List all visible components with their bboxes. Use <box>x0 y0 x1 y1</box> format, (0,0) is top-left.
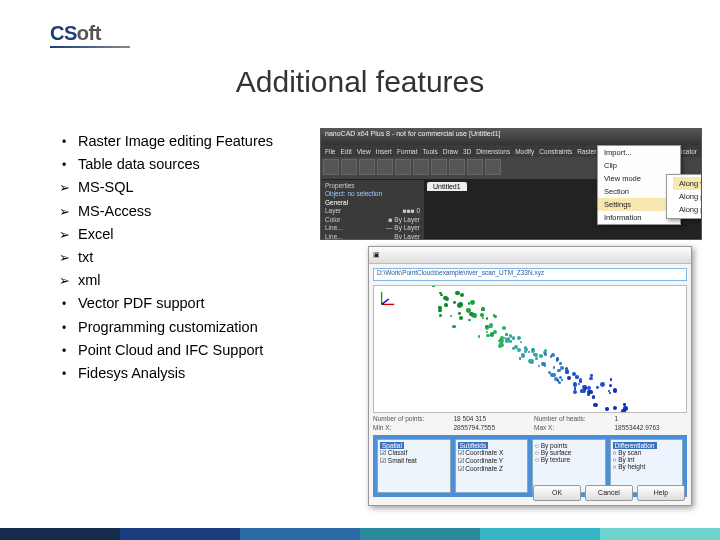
property-row: Line... By Layer <box>325 233 420 240</box>
accent-segment <box>120 528 240 540</box>
list-item: MS-SQL <box>50 176 273 199</box>
context-menu-item[interactable]: Clip <box>598 159 680 172</box>
list-item: Point Cloud and IFC Support <box>50 339 273 362</box>
menu-item[interactable]: Constraints <box>539 148 572 155</box>
option-header: Differentiation <box>613 442 681 449</box>
list-item-label: txt <box>78 246 93 269</box>
bullet-list: Raster Image editing FeaturesTable data … <box>50 130 273 385</box>
radio-option[interactable]: ○ By surface <box>535 449 603 456</box>
menu-item[interactable]: Dimensions <box>476 148 510 155</box>
toolbar-button[interactable] <box>323 159 339 175</box>
list-item-label: Vector PDF support <box>78 292 205 315</box>
toolbar-button[interactable] <box>395 159 411 175</box>
file-path-input[interactable]: D:\Work\PointClouds\example\river_scan_U… <box>373 268 687 281</box>
toolbar-button[interactable] <box>485 159 501 175</box>
menu-item[interactable]: Raster <box>577 148 596 155</box>
logo-part2: oft <box>77 22 101 44</box>
context-submenu-item[interactable]: Along point <box>673 203 702 216</box>
help-button[interactable]: Help <box>637 485 685 501</box>
stat-label: Number of points: <box>373 415 446 422</box>
cancel-button[interactable]: Cancel <box>585 485 633 501</box>
panel-header: Properties <box>325 182 420 190</box>
menu-item[interactable]: Draw <box>443 148 458 155</box>
checkbox-option[interactable]: ☑ Classif <box>380 449 448 457</box>
axes-icon <box>378 290 396 308</box>
checkbox-option[interactable]: ☑ Coordinate X <box>458 449 526 457</box>
list-item: Excel <box>50 223 273 246</box>
list-item: Programming customization <box>50 316 273 339</box>
stat-value: 2855794.7555 <box>454 424 527 431</box>
options-box-a: Spatial☑ Classif☑ Small feat <box>377 439 451 493</box>
list-item-label: Excel <box>78 223 113 246</box>
radio-option[interactable]: ○ By points <box>535 442 603 449</box>
panel-rows: Layer ■■■ 0Color ■ By LayerLine... — By … <box>325 207 420 240</box>
list-item-label: MS-Access <box>78 200 151 223</box>
context-submenu-item[interactable]: Along vector <box>673 177 702 190</box>
toolbar-button[interactable] <box>431 159 447 175</box>
list-item: txt <box>50 246 273 269</box>
stat-label: Max X: <box>534 424 607 431</box>
panel-object: Object: no selection <box>325 190 420 198</box>
menu-item[interactable]: Insert <box>376 148 392 155</box>
checkbox-option[interactable]: ☑ Coordinate Y <box>458 457 526 465</box>
menu-item[interactable]: Edit <box>340 148 351 155</box>
toolbar-button[interactable] <box>449 159 465 175</box>
menu-item[interactable]: View <box>357 148 371 155</box>
list-item-label: Programming customization <box>78 316 258 339</box>
properties-panel: Properties Object: no selection General … <box>321 180 425 240</box>
toolbar-button[interactable] <box>413 159 429 175</box>
logo-part1: CS <box>50 22 77 44</box>
accent-segment <box>240 528 360 540</box>
radio-option[interactable]: ○ By texture <box>535 456 603 463</box>
panel-section: General <box>325 199 420 207</box>
list-item-label: Table data sources <box>78 153 200 176</box>
accent-segment <box>480 528 600 540</box>
logo: CSoft <box>50 22 130 48</box>
checkbox-option[interactable]: ☑ Coordinate Z <box>458 465 526 473</box>
list-item: xml <box>50 269 273 292</box>
radio-option[interactable]: ○ By height <box>613 463 681 470</box>
toolbar-button[interactable] <box>467 159 483 175</box>
accent-segment <box>360 528 480 540</box>
bottom-accent-bar <box>0 528 720 540</box>
menu-item[interactable]: Format <box>397 148 418 155</box>
ok-button[interactable]: OK <box>533 485 581 501</box>
menu-item[interactable]: Tools <box>423 148 438 155</box>
stat-label: Number of heads: <box>534 415 607 422</box>
context-menu-item[interactable]: Import... <box>598 146 680 159</box>
accent-segment <box>600 528 720 540</box>
pc-titlebar: ▣ <box>369 247 691 264</box>
radio-option[interactable]: ○ By int <box>613 456 681 463</box>
arrow-bullet-icon <box>50 269 78 292</box>
menu-item[interactable]: Modify <box>515 148 534 155</box>
svg-line-2 <box>382 299 389 304</box>
list-item: Raster Image editing Features <box>50 130 273 153</box>
document-tab[interactable]: Untitled1 <box>427 182 467 191</box>
screenshots-area: nanoCAD x64 Plus 8 - not for commercial … <box>320 128 700 506</box>
context-submenu[interactable]: Along vectorAlong planeAlong point <box>666 174 702 219</box>
list-item-label: Point Cloud and IFC Support <box>78 339 263 362</box>
toolbar-button[interactable] <box>341 159 357 175</box>
arrow-bullet-icon <box>50 176 78 199</box>
stat-value: 18553442.9763 <box>615 424 688 431</box>
radio-option[interactable]: ○ By scan <box>613 449 681 456</box>
logo-underline <box>50 46 130 48</box>
menu-item[interactable]: File <box>325 148 335 155</box>
toolbar-button[interactable] <box>359 159 375 175</box>
toolbar-button[interactable] <box>377 159 393 175</box>
property-row: Layer ■■■ 0 <box>325 207 420 215</box>
list-item-label: xml <box>78 269 101 292</box>
stat-label: Min X: <box>373 424 446 431</box>
list-item: Fidesys Analysis <box>50 362 273 385</box>
dot-bullet-icon <box>50 316 78 339</box>
property-row: Line... — By Layer <box>325 224 420 232</box>
options-box-b: Subfields☑ Coordinate X☑ Coordinate Y☑ C… <box>455 439 529 493</box>
context-submenu-item[interactable]: Along plane <box>673 190 702 203</box>
list-item-label: Fidesys Analysis <box>78 362 185 385</box>
dot-bullet-icon <box>50 153 78 176</box>
menu-item[interactable]: 3D <box>463 148 471 155</box>
page-title: Additional features <box>0 65 720 99</box>
checkbox-option[interactable]: ☑ Small feat <box>380 457 448 465</box>
option-header: Subfields <box>458 442 526 449</box>
context-menu[interactable]: Import...ClipView modeSectionSettingsInf… <box>597 145 681 225</box>
